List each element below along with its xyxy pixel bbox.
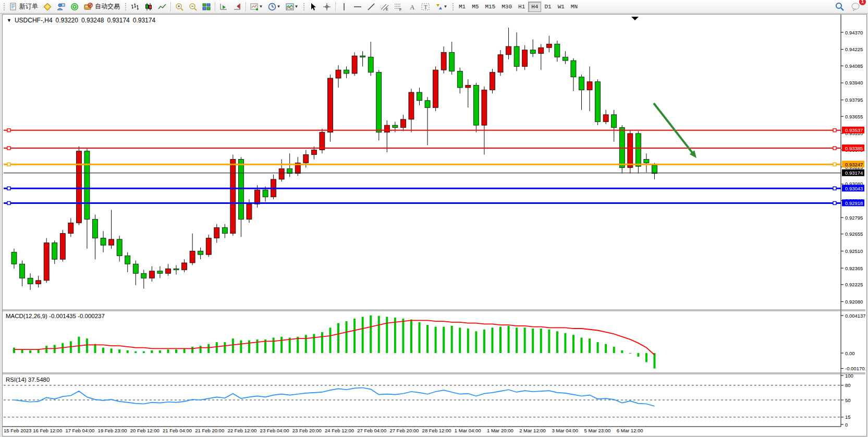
candle-body[interactable] bbox=[384, 125, 389, 132]
macd-histogram-bar[interactable] bbox=[629, 353, 631, 354]
macd-histogram-bar[interactable] bbox=[572, 335, 574, 353]
channel-button[interactable]: E bbox=[378, 1, 392, 13]
line-handle[interactable] bbox=[833, 187, 836, 190]
line-handle[interactable] bbox=[833, 129, 836, 132]
vertical-line-button[interactable] bbox=[337, 1, 351, 13]
candle-body[interactable] bbox=[60, 234, 65, 260]
candle-body[interactable] bbox=[539, 47, 544, 53]
price-chart[interactable]: 0.943700.942250.940850.939400.937950.936… bbox=[3, 15, 865, 435]
candle-body[interactable] bbox=[490, 72, 495, 90]
candle-body[interactable] bbox=[84, 151, 90, 220]
candle-body[interactable] bbox=[198, 251, 203, 254]
candle-body[interactable] bbox=[52, 243, 57, 260]
autoscroll-button[interactable] bbox=[217, 1, 230, 13]
candle-body[interactable] bbox=[68, 223, 74, 233]
candlestick-button[interactable] bbox=[142, 1, 155, 13]
macd-histogram-bar[interactable] bbox=[297, 337, 299, 353]
candle-body[interactable] bbox=[206, 238, 211, 255]
macd-histogram-bar[interactable] bbox=[637, 353, 639, 357]
macd-histogram-bar[interactable] bbox=[613, 347, 615, 353]
candle-body[interactable] bbox=[393, 125, 398, 128]
macd-histogram-bar[interactable] bbox=[29, 350, 31, 353]
candle-body[interactable] bbox=[546, 44, 552, 48]
candle-body[interactable] bbox=[514, 46, 519, 66]
trend-arrow[interactable] bbox=[654, 103, 693, 154]
macd-histogram-bar[interactable] bbox=[191, 347, 193, 353]
macd-histogram-bar[interactable] bbox=[483, 330, 485, 353]
macd-histogram-bar[interactable] bbox=[337, 323, 339, 353]
candle-body[interactable] bbox=[101, 238, 106, 246]
macd-signal-line[interactable] bbox=[14, 320, 654, 355]
candle-body[interactable] bbox=[530, 50, 535, 54]
candle-body[interactable] bbox=[400, 119, 406, 128]
macd-histogram-bar[interactable] bbox=[589, 338, 591, 353]
macd-histogram-bar[interactable] bbox=[167, 349, 169, 353]
line-handle[interactable] bbox=[833, 201, 836, 204]
candle-body[interactable] bbox=[612, 115, 617, 128]
macd-histogram-bar[interactable] bbox=[548, 330, 550, 353]
bar-chart-button[interactable] bbox=[128, 1, 142, 13]
chart-shift-button[interactable] bbox=[230, 1, 244, 13]
line-chart-button[interactable] bbox=[155, 1, 169, 13]
macd-histogram-bar[interactable] bbox=[353, 319, 356, 353]
candle-body[interactable] bbox=[279, 169, 284, 179]
candle-body[interactable] bbox=[76, 151, 81, 223]
trendline-button[interactable] bbox=[364, 1, 378, 13]
macd-histogram-bar[interactable] bbox=[370, 315, 372, 353]
macd-histogram-bar[interactable] bbox=[175, 349, 177, 353]
macd-histogram-bar[interactable] bbox=[184, 348, 186, 353]
candle-body[interactable] bbox=[449, 52, 455, 71]
candle-body[interactable] bbox=[20, 264, 25, 278]
candle-body[interactable] bbox=[433, 70, 438, 107]
candle-body[interactable] bbox=[125, 256, 130, 264]
macd-histogram-bar[interactable] bbox=[240, 341, 242, 353]
macd-histogram-bar[interactable] bbox=[45, 346, 47, 353]
macd-histogram-bar[interactable] bbox=[378, 316, 380, 353]
quotes-button[interactable] bbox=[41, 1, 54, 13]
candle-body[interactable] bbox=[482, 90, 487, 125]
macd-histogram-bar[interactable] bbox=[410, 320, 412, 353]
toolbar-grip[interactable] bbox=[451, 2, 454, 11]
timeframe-button-H1[interactable]: H1 bbox=[515, 2, 528, 12]
line-handle[interactable] bbox=[7, 187, 10, 190]
candle-body[interactable] bbox=[344, 70, 349, 74]
macd-histogram-bar[interactable] bbox=[581, 337, 583, 353]
line-handle[interactable] bbox=[7, 147, 10, 150]
macd-histogram-bar[interactable] bbox=[419, 322, 421, 353]
candle-body[interactable] bbox=[133, 264, 138, 273]
toolbar-grip[interactable] bbox=[302, 2, 305, 11]
macd-histogram-bar[interactable] bbox=[273, 337, 275, 353]
toolbar-grip[interactable] bbox=[3, 2, 5, 11]
timeframe-button-M15[interactable]: M15 bbox=[482, 2, 498, 12]
candle-body[interactable] bbox=[311, 150, 316, 155]
search-button[interactable] bbox=[833, 1, 846, 13]
candle-body[interactable] bbox=[498, 55, 503, 72]
macd-histogram-bar[interactable] bbox=[532, 329, 534, 353]
tile-windows-button[interactable] bbox=[200, 1, 213, 13]
macd-histogram-bar[interactable] bbox=[305, 335, 307, 353]
templates-button[interactable]: ▼ bbox=[283, 1, 301, 13]
line-handle[interactable] bbox=[7, 201, 10, 204]
text-label-button[interactable]: T bbox=[419, 1, 432, 13]
zoom-out-button[interactable] bbox=[186, 1, 200, 13]
candle-body[interactable] bbox=[555, 44, 560, 57]
macd-histogram-bar[interactable] bbox=[467, 329, 469, 353]
macd-histogram-bar[interactable] bbox=[524, 327, 526, 353]
line-handle[interactable] bbox=[7, 129, 10, 132]
macd-histogram-bar[interactable] bbox=[111, 348, 113, 353]
macd-histogram-bar[interactable] bbox=[313, 334, 315, 353]
macd-histogram-bar[interactable] bbox=[256, 339, 259, 353]
candle-body[interactable] bbox=[238, 160, 243, 220]
candle-body[interactable] bbox=[368, 57, 373, 72]
macd-histogram-bar[interactable] bbox=[118, 349, 120, 353]
line-handle[interactable] bbox=[833, 163, 836, 166]
line-handle[interactable] bbox=[7, 163, 10, 166]
candle-body[interactable] bbox=[28, 278, 33, 284]
candle-body[interactable] bbox=[303, 155, 309, 163]
macd-histogram-bar[interactable] bbox=[86, 338, 88, 353]
macd-histogram-bar[interactable] bbox=[491, 327, 493, 353]
candle-body[interactable] bbox=[441, 52, 446, 70]
timeframe-button-M1[interactable]: M1 bbox=[456, 2, 469, 12]
candle-body[interactable] bbox=[222, 227, 227, 233]
zoom-in-button[interactable] bbox=[173, 1, 186, 13]
